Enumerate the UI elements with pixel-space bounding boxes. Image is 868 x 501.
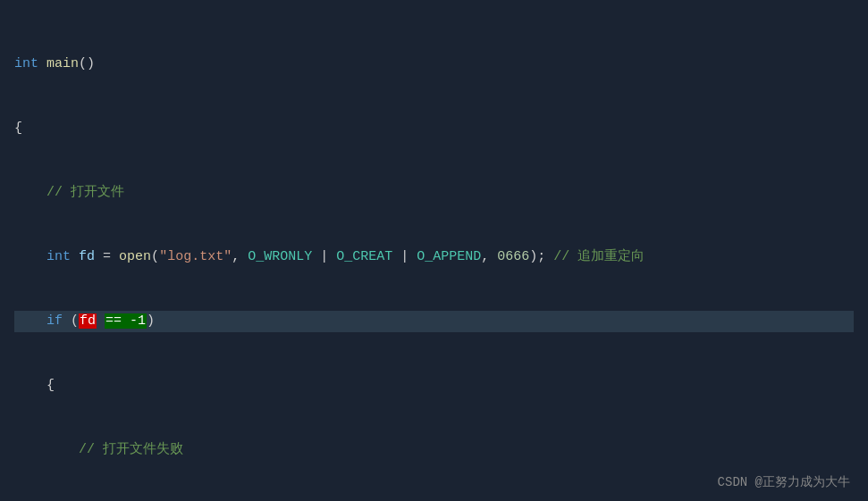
code-editor: int main() { // 打开文件 int fd = open("log.… bbox=[0, 0, 868, 501]
line-7: // 打开文件失败 bbox=[14, 439, 854, 461]
line-5: if (fd == -1) bbox=[14, 311, 854, 332]
line-4: int fd = open("log.txt", O_WRONLY | O_CR… bbox=[14, 246, 854, 268]
line-3: // 打开文件 bbox=[14, 182, 854, 204]
line-6: { bbox=[14, 375, 854, 397]
line-2: { bbox=[14, 118, 854, 139]
watermark: CSDN @正努力成为大牛 bbox=[718, 474, 850, 490]
line-1: int main() bbox=[14, 54, 854, 75]
